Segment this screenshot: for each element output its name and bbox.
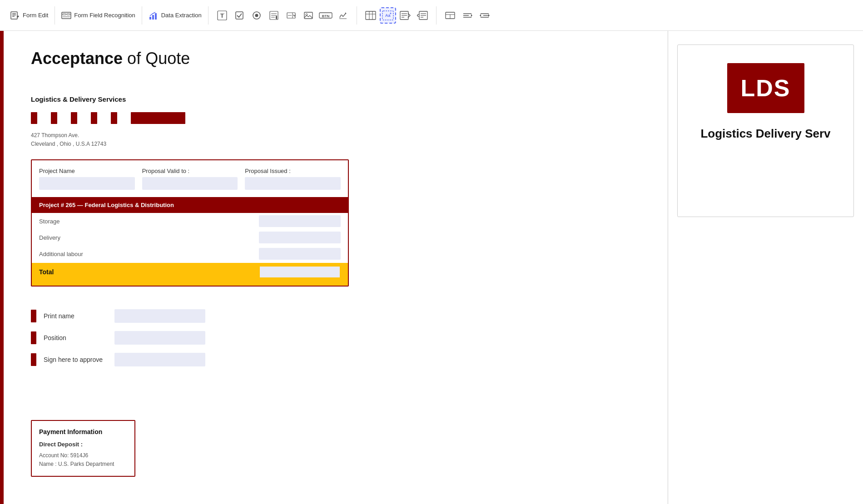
proposal-issued-label: Proposal Issued : — [245, 168, 341, 174]
storage-input[interactable] — [259, 215, 341, 227]
sign-approve-row: Sign here to approve — [31, 353, 640, 366]
payment-info-box: Payment Information Direct Deposit : Acc… — [31, 420, 135, 477]
svg-rect-8 — [149, 17, 151, 20]
lds-logo: LDS — [727, 63, 804, 113]
title-normal: of Quote — [123, 49, 190, 68]
svg-rect-10 — [155, 13, 157, 20]
labour-input[interactable] — [259, 248, 341, 260]
address-line1: 427 Thompson Ave. — [31, 131, 640, 140]
signature-tool-button[interactable] — [335, 7, 351, 24]
button-tool-button[interactable]: BTN — [317, 7, 334, 24]
company-name: Logistics & Delivery Services — [31, 95, 640, 103]
svg-text:T: T — [220, 12, 224, 19]
list-tool-button[interactable] — [266, 7, 282, 24]
form-edit-button[interactable]: Form Edit — [5, 8, 53, 23]
svg-rect-0 — [11, 12, 17, 19]
proposal-issued-input[interactable] — [245, 177, 341, 190]
divider-4 — [357, 6, 357, 25]
company-info-section: Logistics & Delivery Services 427 Thomps… — [31, 95, 640, 148]
delivery-label: Delivery — [39, 234, 259, 241]
deco-bar-2 — [51, 112, 57, 124]
form-section-header: Project # 265 — Federal Logistics & Dist… — [32, 197, 348, 213]
text-tool-button[interactable]: T — [214, 7, 230, 24]
position-input[interactable] — [114, 331, 205, 345]
svg-rect-24 — [304, 12, 312, 19]
form-field-recognition-button[interactable]: Form Field Recognition — [57, 8, 139, 23]
form-row-delivery: Delivery — [32, 229, 348, 246]
form-table: Project Name Proposal Valid to : Proposa… — [31, 159, 349, 287]
storage-label: Storage — [39, 218, 259, 225]
form-total-row: Total — [32, 263, 348, 286]
delivery-input[interactable] — [259, 232, 341, 243]
toolbar: Form Edit Form Field Recognition Data Ex… — [0, 0, 863, 31]
form-row-storage: Storage — [32, 213, 348, 229]
project-name-label: Project Name — [39, 168, 135, 174]
layout-tool-button[interactable] — [442, 7, 458, 24]
divider-3 — [208, 6, 208, 25]
dropdown-tool-button[interactable] — [283, 7, 299, 24]
svg-point-16 — [255, 14, 258, 17]
lds-company-name: Logistics Delivery Serv — [700, 127, 830, 141]
deco-bar-1 — [31, 112, 37, 124]
labour-label: Additional labour — [39, 251, 259, 257]
proposal-issued-col: Proposal Issued : — [245, 168, 341, 190]
project-name-col: Project Name — [39, 168, 135, 190]
sign-section: Print name Position Sign here to approve — [31, 309, 640, 366]
check-tool-button[interactable] — [231, 7, 248, 24]
align-right-button[interactable] — [476, 7, 493, 24]
right-panel-inner: LDS Logistics Delivery Serv — [677, 44, 854, 217]
payment-name: Name : U.S. Parks Department — [39, 460, 127, 469]
svg-rect-6 — [67, 14, 70, 15]
main-area: Acceptance of Quote Logistics & Delivery… — [0, 31, 863, 504]
company-address: 427 Thompson Ave. Cleveland , Ohio , U.S… — [31, 131, 640, 148]
divider-2 — [142, 6, 142, 25]
form-row-labour: Additional labour — [32, 246, 348, 262]
svg-rect-9 — [152, 15, 154, 20]
deco-bar-4 — [91, 112, 97, 124]
tool-icons-section: T — [210, 7, 355, 24]
form-field-icon — [61, 10, 71, 20]
form-header-row: Project Name Proposal Valid to : Proposa… — [32, 160, 348, 190]
data-extraction-button[interactable]: Data Extraction — [144, 8, 206, 23]
payment-subtitle: Direct Deposit : — [39, 441, 127, 448]
text-import-button[interactable] — [414, 7, 431, 24]
total-label: Total — [39, 268, 259, 276]
form-field-label: Form Field Recognition — [74, 12, 135, 19]
sign-deco-2 — [31, 331, 36, 344]
divider-5 — [436, 6, 436, 25]
image-tool-button[interactable] — [300, 7, 317, 24]
radio-tool-button[interactable] — [248, 7, 265, 24]
deco-bar-5 — [111, 112, 117, 124]
position-row: Position — [31, 331, 640, 345]
sign-approve-label: Sign here to approve — [44, 356, 107, 363]
view-tools-section — [438, 7, 496, 24]
document-area: Acceptance of Quote Logistics & Delivery… — [4, 31, 668, 504]
sign-approve-input[interactable] — [114, 353, 205, 366]
print-name-label: Print name — [44, 312, 107, 320]
right-tools-section: Aa ✦ — [359, 7, 434, 24]
table-tool-button[interactable] — [362, 7, 379, 24]
svg-text:BTN: BTN — [322, 14, 329, 18]
deco-bar-large — [131, 112, 185, 124]
proposal-valid-input[interactable] — [142, 177, 238, 190]
print-name-input[interactable] — [114, 309, 205, 323]
payment-account: Account No: 5914J6 — [39, 451, 127, 460]
position-label: Position — [44, 334, 107, 341]
ai-text-button[interactable]: Aa ✦ — [380, 7, 396, 24]
title-bold: Acceptance — [31, 49, 123, 68]
svg-rect-14 — [236, 12, 243, 19]
sign-deco-1 — [31, 310, 36, 322]
svg-rect-29 — [366, 11, 376, 20]
document-title: Acceptance of Quote — [31, 49, 640, 68]
text-extract-button[interactable] — [397, 7, 413, 24]
deco-bar-3 — [71, 112, 77, 124]
form-edit-label: Form Edit — [23, 12, 48, 19]
left-accent-bar — [0, 31, 4, 504]
align-left-button[interactable] — [459, 7, 476, 24]
address-line2: Cleveland , Ohio , U.S.A 12743 — [31, 140, 640, 148]
total-input[interactable] — [259, 266, 341, 278]
divider-1 — [55, 6, 55, 25]
project-name-input[interactable] — [39, 177, 135, 190]
print-name-row: Print name — [31, 309, 640, 323]
data-extraction-icon — [149, 10, 159, 20]
